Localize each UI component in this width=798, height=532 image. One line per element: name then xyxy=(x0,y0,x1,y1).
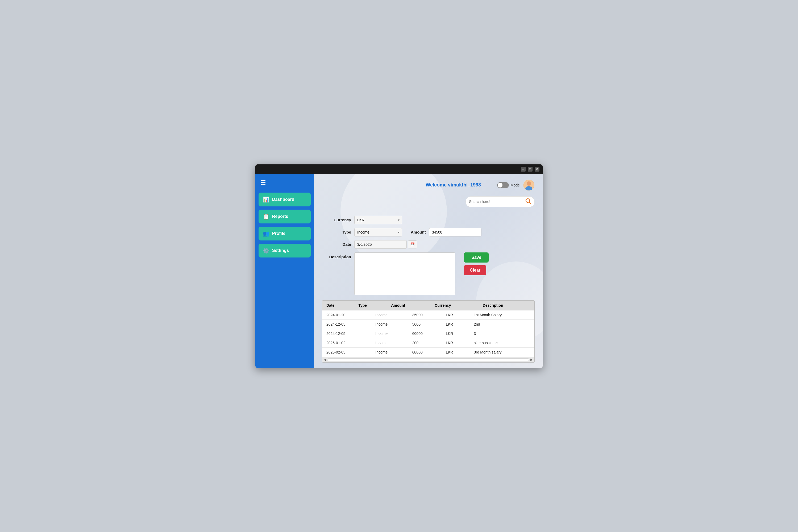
dashboard-icon: 📊 xyxy=(263,196,269,203)
cell-description: 3rd Month salary xyxy=(470,347,534,357)
table-section: Date Type Amount Currency Description 20… xyxy=(322,300,535,363)
sidebar-label-reports: Reports xyxy=(272,214,288,219)
cell-amount: 5000 xyxy=(408,320,441,329)
table-row: 2024-12-05Income60000LKR3 xyxy=(322,329,534,338)
hamburger-icon[interactable]: ☰ xyxy=(259,178,311,187)
app-body: ☰ 📊 Dashboard 📋 Reports 👥 Profile ⚙️ Set… xyxy=(255,174,543,368)
cell-date: 2024-12-05 xyxy=(322,320,371,329)
data-table-body: 2024-01-20Income35000LKR1st Month Salary… xyxy=(322,310,534,357)
cell-amount: 60000 xyxy=(408,347,441,357)
settings-icon: ⚙️ xyxy=(263,247,269,254)
cell-currency: LKR xyxy=(441,338,470,347)
currency-row: Currency LKR USD EUR GBP xyxy=(322,216,535,224)
cell-currency: LKR xyxy=(441,347,470,357)
cell-date: 2024-12-05 xyxy=(322,329,371,338)
scroll-right-button[interactable]: ▶ xyxy=(530,358,533,361)
sidebar: ☰ 📊 Dashboard 📋 Reports 👥 Profile ⚙️ Set… xyxy=(255,174,314,368)
dark-mode-toggle[interactable] xyxy=(497,182,509,188)
type-select-wrapper: Income Expense xyxy=(354,228,402,236)
cell-date: 2025-01-02 xyxy=(322,338,371,347)
sidebar-item-reports[interactable]: 📋 Reports xyxy=(259,210,311,224)
table-row: 2025-01-02Income200LKRside bussiness xyxy=(322,338,534,347)
sidebar-label-profile: Profile xyxy=(272,231,285,236)
reports-icon: 📋 xyxy=(263,213,269,220)
search-input[interactable] xyxy=(469,200,523,204)
type-amount-row: Type Income Expense Amount xyxy=(322,228,535,236)
date-input[interactable] xyxy=(354,240,407,249)
cell-type: Income xyxy=(371,310,408,320)
currency-select-wrapper: LKR USD EUR GBP xyxy=(354,216,402,224)
cell-date: 2025-02-05 xyxy=(322,347,371,357)
sidebar-label-dashboard: Dashboard xyxy=(272,197,294,202)
search-button[interactable] xyxy=(525,198,531,205)
minimize-button[interactable]: ─ xyxy=(521,167,526,172)
col-amount: Amount xyxy=(387,301,431,310)
col-date: Date xyxy=(322,301,354,310)
type-label: Type xyxy=(322,230,351,234)
cell-currency: LKR xyxy=(441,329,470,338)
currency-select[interactable]: LKR USD EUR GBP xyxy=(354,216,402,224)
description-label: Description xyxy=(322,252,351,259)
mode-toggle: Mode xyxy=(497,182,520,188)
titlebar: ─ □ ✕ xyxy=(255,165,543,174)
scroll-left-button[interactable]: ◀ xyxy=(324,358,326,361)
sidebar-item-profile[interactable]: 👥 Profile xyxy=(259,227,311,241)
scroll-track[interactable] xyxy=(327,358,529,361)
date-wrapper: 📅 xyxy=(354,240,417,249)
cell-type: Income xyxy=(371,329,408,338)
svg-point-1 xyxy=(527,182,531,186)
data-table: Date Type Amount Currency Description xyxy=(322,301,534,310)
welcome-text: Welcome vimukthi_1998 xyxy=(410,182,497,188)
cell-description: 2nd xyxy=(470,320,534,329)
main-content: Welcome vimukthi_1998 Mode xyxy=(314,174,543,368)
amount-input[interactable] xyxy=(429,228,481,236)
table-header-row: Date Type Amount Currency Description xyxy=(322,301,534,310)
clear-button[interactable]: Clear xyxy=(464,265,486,275)
cell-description: side bussiness xyxy=(470,338,534,347)
svg-line-5 xyxy=(529,202,531,204)
description-row: Description Save Clear xyxy=(322,252,535,295)
sidebar-item-settings[interactable]: ⚙️ Settings xyxy=(259,244,311,258)
date-label: Date xyxy=(322,242,351,247)
app-window: ─ □ ✕ ☰ 📊 Dashboard 📋 Reports 👥 Profile … xyxy=(255,165,543,368)
cell-amount: 35000 xyxy=(408,310,441,320)
cell-amount: 200 xyxy=(408,338,441,347)
cell-type: Income xyxy=(371,347,408,357)
action-buttons: Save Clear xyxy=(464,252,489,275)
description-textarea[interactable] xyxy=(354,252,455,295)
table-row: 2024-12-05Income5000LKR2nd xyxy=(322,320,534,329)
date-row: Date 📅 xyxy=(322,240,535,249)
profile-icon: 👥 xyxy=(263,230,269,237)
table-row: 2025-02-05Income60000LKR3rd Month salary xyxy=(322,347,534,357)
save-button[interactable]: Save xyxy=(464,252,489,263)
horizontal-scrollbar: ◀ ▶ xyxy=(322,357,534,362)
sidebar-label-settings: Settings xyxy=(272,248,289,253)
cell-type: Income xyxy=(371,338,408,347)
cell-date: 2024-01-20 xyxy=(322,310,371,320)
search-bar xyxy=(466,196,535,207)
cell-type: Income xyxy=(371,320,408,329)
cell-description: 3 xyxy=(470,329,534,338)
amount-label: Amount xyxy=(411,230,426,234)
mode-label: Mode xyxy=(510,183,520,187)
cell-description: 1st Month Salary xyxy=(470,310,534,320)
cell-currency: LKR xyxy=(441,320,470,329)
table-row: 2024-01-20Income35000LKR1st Month Salary xyxy=(322,310,534,320)
type-select[interactable]: Income Expense xyxy=(354,228,402,236)
col-description: Description xyxy=(478,301,534,310)
avatar xyxy=(523,179,535,191)
col-currency: Currency xyxy=(431,301,478,310)
header: Welcome vimukthi_1998 Mode xyxy=(322,179,535,191)
maximize-button[interactable]: □ xyxy=(528,167,533,172)
calendar-button[interactable]: 📅 xyxy=(408,241,417,248)
col-type: Type xyxy=(354,301,387,310)
cell-amount: 60000 xyxy=(408,329,441,338)
header-right: Mode xyxy=(497,179,535,191)
form-section: Currency LKR USD EUR GBP Type xyxy=(322,216,535,295)
sidebar-item-dashboard[interactable]: 📊 Dashboard xyxy=(259,193,311,206)
svg-rect-3 xyxy=(527,187,531,189)
table-body-wrapper[interactable]: 2024-01-20Income35000LKR1st Month Salary… xyxy=(322,310,534,357)
close-button[interactable]: ✕ xyxy=(535,167,539,172)
currency-label: Currency xyxy=(322,217,351,222)
cell-currency: LKR xyxy=(441,310,470,320)
